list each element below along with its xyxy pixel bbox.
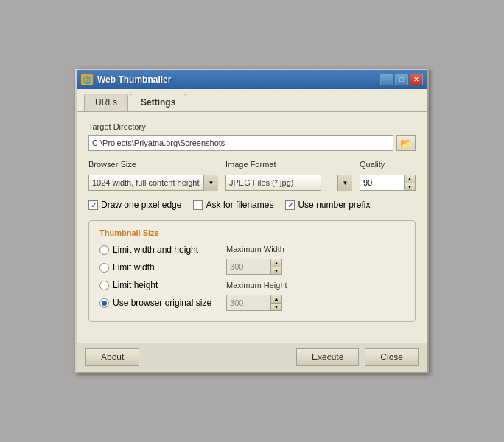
target-directory-input[interactable] [88, 135, 393, 151]
max-height-down-button[interactable]: ▼ [270, 303, 282, 312]
radio-limit-height-circle[interactable] [99, 281, 109, 290]
target-directory-label: Target Directory [88, 122, 416, 131]
quality-input[interactable] [360, 175, 404, 191]
radio-use-browser-circle[interactable] [99, 298, 109, 308]
max-width-up-button[interactable]: ▲ [270, 259, 282, 267]
max-height-arrows: ▲ ▼ [270, 295, 282, 311]
ask-filenames-checkbox[interactable] [193, 200, 203, 210]
window-title: Web Thumbnailer [97, 74, 376, 85]
format-row: Browser Size 1024 width, full content he… [88, 160, 416, 191]
browser-size-select-wrapper: 1024 width, full content height 800 widt… [88, 175, 218, 191]
max-width-row: Maximum Width ▲ ▼ [226, 245, 287, 275]
checkboxes-row: Draw one pixel edge Ask for filenames Us… [88, 200, 416, 210]
radio-column: Limit width and height Limit width Limit… [99, 245, 211, 311]
max-height-row: Maximum Height ▲ ▼ [226, 281, 287, 311]
app-icon: 🌐 [81, 74, 93, 85]
radio-limit-both[interactable]: Limit width and height [99, 245, 211, 255]
ask-filenames-checkbox-item[interactable]: Ask for filenames [193, 200, 273, 210]
radio-limit-width-circle[interactable] [99, 263, 109, 273]
ask-filenames-label: Ask for filenames [206, 200, 273, 210]
max-height-label: Maximum Height [226, 281, 287, 290]
maximize-button[interactable]: □ [395, 74, 408, 85]
about-button[interactable]: About [85, 348, 139, 366]
image-format-label: Image Format [225, 160, 352, 169]
use-number-prefix-checkbox[interactable] [285, 200, 295, 210]
size-inputs-column: Maximum Width ▲ ▼ Maximum Height [226, 245, 287, 311]
use-number-prefix-label: Use number prefix [298, 200, 370, 210]
settings-panel: Target Directory 📂 Browser Size 1024 wid… [77, 111, 427, 343]
execute-button[interactable]: Execute [296, 348, 359, 366]
draw-pixel-edge-checkbox[interactable] [88, 200, 98, 210]
max-height-up-button[interactable]: ▲ [270, 295, 282, 303]
radio-limit-height[interactable]: Limit height [99, 280, 211, 290]
quality-down-button[interactable]: ▼ [404, 183, 416, 192]
title-bar: 🌐 Web Thumbnailer ─ □ ✕ [77, 70, 427, 89]
browser-size-select[interactable]: 1024 width, full content height 800 widt… [88, 175, 218, 191]
main-window: 🌐 Web Thumbnailer ─ □ ✕ URLs Settings Ta… [75, 69, 429, 373]
footer-right-buttons: Execute Close [296, 348, 419, 366]
max-height-spinbox: ▲ ▼ [226, 295, 287, 311]
image-format-select[interactable]: JPEG Files (*.jpg) PNG Files (*.png) BMP… [225, 175, 321, 191]
quality-up-button[interactable]: ▲ [404, 175, 416, 183]
max-width-input[interactable] [226, 259, 270, 275]
browse-button[interactable]: 📂 [396, 135, 416, 151]
radio-use-browser[interactable]: Use browser original size [99, 298, 211, 308]
max-width-label: Maximum Width [226, 245, 287, 253]
draw-pixel-edge-label: Draw one pixel edge [101, 200, 181, 210]
tab-bar: URLs Settings [77, 89, 427, 111]
max-width-spinbox: ▲ ▼ [226, 259, 287, 275]
max-width-down-button[interactable]: ▼ [270, 267, 282, 276]
tab-settings[interactable]: Settings [130, 94, 186, 111]
radio-limit-both-label: Limit width and height [113, 245, 198, 255]
browser-size-label: Browser Size [88, 160, 218, 169]
target-directory-row: 📂 [88, 135, 416, 151]
radio-limit-both-circle[interactable] [99, 245, 109, 255]
max-height-input[interactable] [226, 295, 270, 311]
radio-limit-width-label: Limit width [113, 262, 155, 273]
image-format-arrow: ▼ [337, 175, 352, 191]
close-button[interactable]: Close [365, 348, 419, 366]
quality-group: Quality ▲ ▼ [360, 160, 416, 191]
quality-arrows: ▲ ▼ [404, 175, 416, 191]
thumbnail-size-legend: Thumbnail Size [99, 228, 405, 237]
thumbnail-inner: Limit width and height Limit width Limit… [99, 245, 405, 311]
close-window-button[interactable]: ✕ [410, 74, 423, 85]
use-number-prefix-checkbox-item[interactable]: Use number prefix [285, 200, 370, 210]
image-format-select-wrapper: JPEG Files (*.jpg) PNG Files (*.png) BMP… [225, 175, 352, 191]
radio-limit-height-label: Limit height [113, 280, 158, 290]
image-format-group: Image Format JPEG Files (*.jpg) PNG File… [225, 160, 352, 191]
browser-size-group: Browser Size 1024 width, full content he… [88, 160, 218, 191]
thumbnail-size-group: Thumbnail Size Limit width and height Li… [88, 220, 416, 322]
window-controls: ─ □ ✕ [380, 74, 423, 85]
quality-spinbox: ▲ ▼ [360, 175, 416, 191]
max-width-arrows: ▲ ▼ [270, 259, 282, 275]
footer: About Execute Close [77, 343, 427, 372]
radio-use-browser-label: Use browser original size [113, 298, 211, 308]
minimize-button[interactable]: ─ [380, 74, 393, 85]
tab-urls[interactable]: URLs [84, 94, 128, 111]
quality-label: Quality [360, 160, 416, 169]
radio-limit-width[interactable]: Limit width [99, 262, 211, 273]
draw-pixel-edge-checkbox-item[interactable]: Draw one pixel edge [88, 200, 181, 210]
